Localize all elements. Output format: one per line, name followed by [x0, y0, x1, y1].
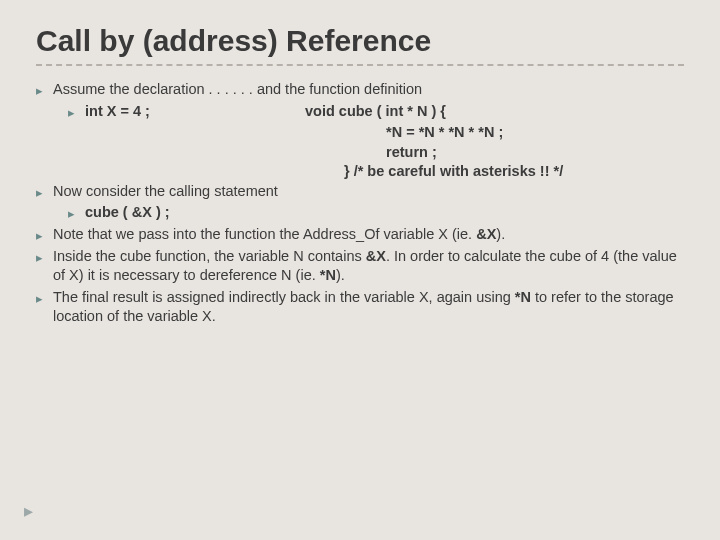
- code-funcdef-line2: *N = *N * *N * *N ;: [386, 123, 684, 143]
- bullet-2-text: Now consider the calling statement: [53, 182, 684, 202]
- b3-post: ).: [496, 226, 505, 242]
- b5-pre: The final result is assigned indirectly …: [53, 289, 515, 305]
- code-funcdef-line4: } /* be careful with asterisks !! */: [344, 162, 684, 182]
- slide-title: Call by (address) Reference: [36, 24, 684, 58]
- bullet-icon: ▸: [36, 227, 43, 245]
- b3-pre: Note that we pass into the function the …: [53, 226, 476, 242]
- b4-post: ).: [336, 267, 345, 283]
- bullet-2a: ▸ cube ( &X ) ;: [68, 203, 684, 223]
- bullet-4-text: Inside the cube function, the variable N…: [53, 247, 684, 286]
- bullet-icon: ▸: [36, 290, 43, 308]
- bullet-1a: ▸ int X = 4 ; void cube ( int * N ) {: [68, 102, 684, 122]
- bullet-1: ▸ Assume the declaration . . . . . . and…: [36, 80, 684, 100]
- bullet-4: ▸ Inside the cube function, the variable…: [36, 247, 684, 286]
- code-declaration: int X = 4 ;: [85, 102, 305, 122]
- title-divider: [36, 64, 684, 66]
- b3-bold: &X: [476, 226, 496, 242]
- bullet-icon: ▸: [68, 104, 75, 122]
- bullet-5: ▸ The final result is assigned indirectl…: [36, 288, 684, 327]
- bullet-1-text: Assume the declaration . . . . . . and t…: [53, 80, 684, 100]
- bullet-icon: ▸: [36, 184, 43, 202]
- code-call: cube ( &X ) ;: [85, 203, 684, 223]
- bullet-2: ▸ Now consider the calling statement: [36, 182, 684, 202]
- corner-marker-icon: ▸: [24, 500, 33, 522]
- b4-bold1: &X: [366, 248, 386, 264]
- b4-bold2: *N: [320, 267, 336, 283]
- bullet-icon: ▸: [36, 249, 43, 267]
- code-funcdef-line3: return ;: [386, 143, 684, 163]
- slide-content: ▸ Assume the declaration . . . . . . and…: [36, 80, 684, 327]
- b5-bold: *N: [515, 289, 531, 305]
- bullet-3: ▸ Note that we pass into the function th…: [36, 225, 684, 245]
- code-funcdef-line1: void cube ( int * N ) {: [305, 102, 684, 122]
- bullet-5-text: The final result is assigned indirectly …: [53, 288, 684, 327]
- bullet-3-text: Note that we pass into the function the …: [53, 225, 684, 245]
- bullet-icon: ▸: [36, 82, 43, 100]
- b4-pre: Inside the cube function, the variable N…: [53, 248, 366, 264]
- bullet-icon: ▸: [68, 205, 75, 223]
